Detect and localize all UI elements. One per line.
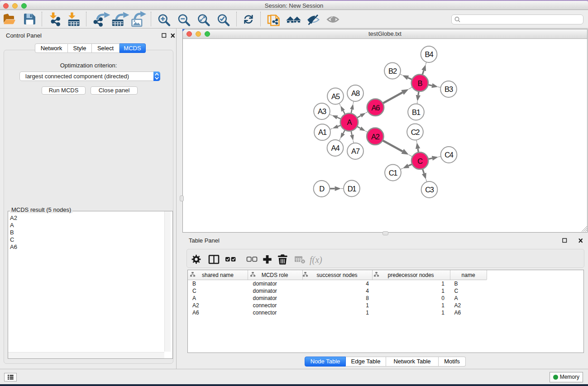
- svg-text:C3: C3: [425, 186, 434, 194]
- svg-text:A7: A7: [351, 147, 360, 155]
- svg-text:A5: A5: [331, 92, 340, 100]
- svg-text:A: A: [347, 118, 352, 126]
- svg-text:B3: B3: [445, 85, 453, 93]
- svg-text:D: D: [319, 185, 325, 193]
- svg-text:A6: A6: [372, 104, 380, 112]
- svg-text:A4: A4: [331, 144, 340, 152]
- svg-text:C1: C1: [389, 169, 398, 177]
- svg-text:C: C: [417, 157, 423, 165]
- svg-text:B1: B1: [412, 108, 421, 116]
- svg-text:C4: C4: [445, 151, 454, 159]
- svg-text:A3: A3: [318, 107, 326, 115]
- svg-text:B2: B2: [388, 67, 397, 75]
- svg-text:D1: D1: [348, 185, 357, 193]
- svg-text:B4: B4: [425, 50, 434, 58]
- svg-text:C2: C2: [411, 128, 420, 136]
- svg-text:B: B: [417, 79, 422, 87]
- svg-text:A1: A1: [318, 128, 327, 136]
- svg-text:f(x): f(x): [310, 255, 322, 265]
- svg-text:A2: A2: [371, 133, 380, 141]
- svg-text:A8: A8: [351, 89, 360, 97]
